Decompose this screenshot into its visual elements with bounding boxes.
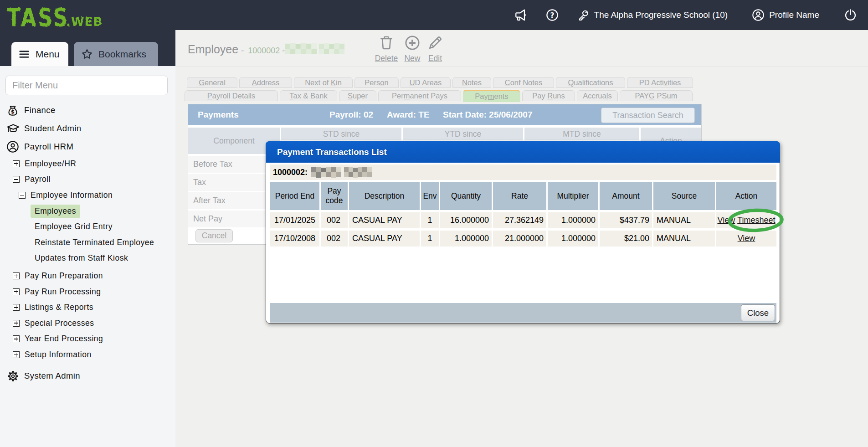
modal-title-bar: Payment Transactions List bbox=[266, 141, 780, 163]
col-header-rate: Rate bbox=[493, 182, 546, 210]
tab-label-part: n bbox=[384, 78, 388, 87]
tab-notes[interactable]: Notes bbox=[452, 77, 491, 88]
tab-menu[interactable]: Menu bbox=[11, 42, 68, 66]
tab-bookmarks[interactable]: Bookmarks bbox=[74, 42, 158, 66]
profile-name[interactable]: Profile Name bbox=[769, 10, 819, 20]
tab-label-part: onf Notes bbox=[510, 78, 543, 87]
plus-circle-icon bbox=[404, 45, 421, 52]
collapse-minus-icon[interactable] bbox=[19, 192, 26, 199]
sidebar-item-payroll-hrm[interactable]: Payroll HRM bbox=[0, 138, 175, 156]
tab-accruals[interactable]: Accruals bbox=[577, 90, 618, 101]
sidebar-item-reinstate-terminated-employee[interactable]: Reinstate Terminated Employee bbox=[0, 235, 175, 251]
timesheet-link[interactable]: Timesheet bbox=[737, 216, 775, 225]
tab-label-part: ayroll Details bbox=[212, 92, 255, 100]
sidebar-item-updates-from-staff-kiosk[interactable]: Updates from Staff Kiosk bbox=[0, 251, 175, 267]
tab-label-part: s bbox=[608, 92, 611, 100]
sidebar-item-listings-reports[interactable]: Listings & Reports bbox=[0, 299, 175, 315]
expand-plus-icon[interactable] bbox=[13, 160, 20, 167]
tab-next-of-kin[interactable]: Next of Kin bbox=[294, 77, 353, 88]
school-name[interactable]: The Alpha Progressive School (10) bbox=[594, 10, 728, 20]
cell-text: Env bbox=[423, 191, 437, 201]
sidebar-item-system-admin[interactable]: System Admin bbox=[0, 367, 175, 385]
sidebar-item-finance[interactable]: $ Finance bbox=[0, 101, 175, 119]
tab-payroll-details[interactable]: Payroll Details bbox=[185, 90, 278, 101]
logout-icon[interactable] bbox=[844, 8, 857, 22]
cell-text: 1.000000 bbox=[455, 234, 489, 243]
col-header-pay-code: Pay code bbox=[321, 182, 348, 210]
sidebar-item-year-end-processing[interactable]: Year End Processing bbox=[0, 331, 175, 347]
tab-label-part: Per bbox=[392, 92, 404, 100]
tab-address[interactable]: Address bbox=[239, 77, 292, 88]
tab-qualifications[interactable]: Qualifications bbox=[556, 77, 625, 88]
redacted-employee-name bbox=[311, 167, 372, 178]
cell-source: MANUAL bbox=[653, 212, 715, 228]
announcements-icon[interactable] bbox=[514, 8, 529, 22]
tab-person[interactable]: Person bbox=[354, 77, 399, 88]
tab-label-part: uper bbox=[353, 92, 368, 100]
tab-super[interactable]: Super bbox=[339, 90, 376, 101]
sidebar-item-pay-run-preparation[interactable]: Pay Run Preparation bbox=[0, 268, 175, 284]
sidebar-item-employee-information[interactable]: Employee Information bbox=[0, 187, 175, 203]
col-header-quantity: Quantity bbox=[440, 182, 492, 210]
cancel-button[interactable]: Cancel bbox=[195, 229, 233, 242]
transaction-search-button[interactable]: Transaction Search bbox=[601, 108, 695, 123]
sidebar-item-payroll[interactable]: Payroll bbox=[0, 172, 175, 188]
tab-label: Notes bbox=[462, 78, 482, 87]
record-id: 1000002 bbox=[248, 46, 280, 56]
edit-button[interactable]: Edit bbox=[419, 35, 451, 63]
col-header-description: Description bbox=[349, 182, 420, 210]
col-header-env: Env bbox=[421, 182, 439, 210]
hamburger-icon bbox=[18, 48, 30, 60]
page-title-text: Employee bbox=[188, 43, 238, 56]
tab-conf-notes[interactable]: Conf Notes bbox=[493, 77, 554, 88]
profile-icon[interactable] bbox=[752, 9, 765, 21]
tab-tax-bank[interactable]: Tax & Bank bbox=[280, 90, 337, 101]
tab-accesskey-letter: P bbox=[207, 92, 212, 100]
sidebar-item-employee-grid-entry[interactable]: Employee Grid Entry bbox=[0, 219, 175, 235]
tab-label: Next of Kin bbox=[305, 78, 342, 87]
tab-general[interactable]: General bbox=[187, 77, 237, 88]
view-link[interactable]: View bbox=[717, 216, 735, 225]
cell-text: 002 bbox=[327, 234, 340, 243]
col-header-action: Action bbox=[716, 182, 776, 210]
expand-plus-icon[interactable] bbox=[13, 272, 20, 279]
expand-plus-icon[interactable] bbox=[13, 288, 20, 295]
tab-accesskey-letter: m bbox=[404, 92, 410, 100]
filter-menu-input[interactable] bbox=[5, 76, 168, 95]
tab-permanent-pays[interactable]: Permanent Pays bbox=[378, 90, 461, 101]
cell-action: View bbox=[716, 231, 776, 247]
sidebar-item-employee-hr[interactable]: Employee/HR bbox=[0, 156, 175, 172]
cell-text: Description bbox=[365, 191, 405, 201]
cell-text: Component bbox=[213, 136, 254, 146]
sidebar-item-special-processes[interactable]: Special Processes bbox=[0, 315, 175, 331]
tab-pay-runs[interactable]: Pay Runs bbox=[522, 90, 575, 101]
help-icon[interactable]: ? bbox=[546, 9, 559, 21]
expand-plus-icon[interactable] bbox=[13, 335, 20, 342]
cell-text: 21.000000 bbox=[505, 234, 544, 243]
sidebar-item-student-admin[interactable]: Student Admin bbox=[0, 119, 175, 138]
close-button[interactable]: Close bbox=[741, 304, 775, 321]
key-icon[interactable] bbox=[577, 8, 590, 22]
sidebar-item-setup-information[interactable]: Setup Information bbox=[0, 347, 175, 363]
expand-plus-icon[interactable] bbox=[13, 304, 20, 311]
sidebar-item-label: Employee Information bbox=[31, 190, 113, 200]
menu-tab-label: Menu bbox=[36, 49, 60, 60]
cell-text: CASUAL PAY bbox=[352, 234, 402, 243]
svg-text:TASS: TASS bbox=[7, 2, 67, 29]
expand-plus-icon[interactable] bbox=[13, 320, 20, 327]
view-link[interactable]: View bbox=[738, 234, 755, 243]
sidebar-item-employees[interactable]: Employees bbox=[0, 203, 175, 219]
cell-text: 1 bbox=[427, 216, 432, 225]
tab-payments[interactable]: Payments bbox=[463, 90, 520, 102]
tab-payg-psum[interactable]: PAYG PSum bbox=[620, 90, 693, 101]
tab-ud-areas[interactable]: UD Areas bbox=[401, 77, 451, 88]
cell-text: Source bbox=[672, 191, 697, 201]
tab-pd-activities[interactable]: PD Activities bbox=[627, 77, 693, 88]
sidebar-item-label: Employees bbox=[31, 205, 80, 218]
expand-plus-icon[interactable] bbox=[13, 351, 20, 358]
sidebar-item-pay-run-processing[interactable]: Pay Run Processing bbox=[0, 284, 175, 300]
collapse-minus-icon[interactable] bbox=[13, 176, 20, 183]
sidebar-item-label: Year End Processing bbox=[25, 334, 103, 344]
cell-text: MTD since bbox=[563, 129, 601, 139]
top-bar: TASS .WEB ? The Alpha Progr bbox=[0, 0, 868, 30]
